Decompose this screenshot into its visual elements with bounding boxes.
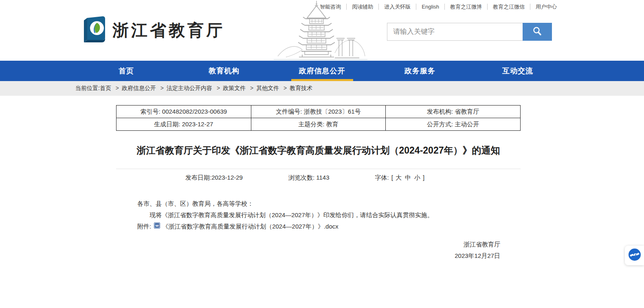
nav-item-label: 政府信息公开 bbox=[299, 66, 345, 76]
page-title: 浙江省教育厅关于印发《浙江省数字教育高质量发展行动计划（2024-2027年）》… bbox=[123, 143, 514, 158]
site-logo[interactable]: 浙江省教育厅 bbox=[81, 15, 225, 46]
nav-item-services[interactable]: 政务服务 bbox=[371, 61, 469, 81]
topbar-link-user-center[interactable]: 用户中心 bbox=[530, 4, 557, 10]
font-size-control: 字体: [大中小] bbox=[375, 174, 426, 182]
body-text: 现将《浙江省数字教育高质量发展行动计划（2024—2027年）》印发给你们，请结… bbox=[137, 209, 521, 221]
main-nav: 首页 教育机构 政府信息公开 政务服务 互动交流 bbox=[0, 61, 644, 81]
doc-topic-category: 主题分类: 教育 bbox=[251, 118, 386, 131]
font-size-label: 字体: bbox=[375, 174, 389, 181]
doc-open-method: 公开方式: 主动公开 bbox=[386, 118, 521, 131]
logo-book-icon bbox=[81, 15, 108, 46]
attachment-file-name: 《浙江省数字教育高质量发展行动计划（2024—2027年）》.docx bbox=[162, 221, 338, 232]
breadcrumb-other-docs[interactable]: 其他文件 bbox=[256, 85, 279, 91]
site-search bbox=[387, 23, 552, 41]
publish-date: 发布日期:2023-12-29 bbox=[185, 174, 243, 182]
article-content: 索引号: 002482082/2023-00639 文件编号: 浙教技〔2023… bbox=[116, 105, 521, 262]
bracket: ] bbox=[423, 174, 424, 181]
nav-item-institutions[interactable]: 教育机构 bbox=[175, 61, 273, 81]
font-size-large-button[interactable]: 大 bbox=[396, 174, 402, 181]
breadcrumb-separator: > bbox=[160, 85, 164, 91]
breadcrumb-edu-tech[interactable]: 教育技术 bbox=[290, 85, 312, 91]
nav-item-label: 互动交流 bbox=[502, 66, 533, 76]
breadcrumb-separator: > bbox=[284, 85, 287, 91]
page: 智能咨询阅读辅助进入关怀版English教育之江微博教育之江微信用户中心 浙江省… bbox=[0, 0, 644, 308]
article-meta: 发布日期:2023-12-29 浏览次数: 1143 字体: [大中小] bbox=[116, 174, 521, 182]
search-button[interactable] bbox=[523, 23, 552, 41]
topbar-link-weibo[interactable]: 教育之江微博 bbox=[445, 4, 488, 10]
bracket: [ bbox=[391, 174, 393, 181]
breadcrumb-home[interactable]: 首页 bbox=[100, 85, 111, 91]
breadcrumb-gov-info[interactable]: 政府信息公开 bbox=[122, 85, 156, 91]
nav-item-label: 政务服务 bbox=[404, 66, 435, 76]
site-header: 智能咨询阅读辅助进入关怀版English教育之江微博教育之江微信用户中心 浙江省… bbox=[0, 0, 644, 61]
search-icon bbox=[532, 26, 543, 38]
breadcrumb-bar: 当前位置:首页 >政府信息公开 >法定主动公开内容 >政策文件 >其他文件 >教… bbox=[0, 81, 644, 96]
signature-org: 浙江省教育厅 bbox=[137, 239, 500, 250]
nav-item-home[interactable]: 首页 bbox=[77, 61, 175, 81]
doc-file-no: 文件编号: 浙教技〔2023〕61号 bbox=[251, 106, 386, 118]
breadcrumb-separator: > bbox=[116, 85, 119, 91]
attachment-row: 附件: W 《浙江省数字教育高质量发展行动计划（2024—2027年）》.doc… bbox=[137, 221, 521, 232]
topbar-link-english[interactable]: English bbox=[416, 4, 445, 10]
nav-item-label: 首页 bbox=[119, 66, 134, 76]
table-row: 生成日期: 2023-12-27 主题分类: 教育 公开方式: 主动公开 bbox=[116, 118, 521, 131]
doc-create-date: 生成日期: 2023-12-27 bbox=[116, 118, 251, 131]
word-doc-icon: W bbox=[154, 221, 160, 232]
topbar-link-wechat[interactable]: 教育之江微信 bbox=[488, 4, 530, 10]
svg-text:W: W bbox=[155, 224, 159, 228]
floating-service-widget[interactable] bbox=[625, 246, 644, 265]
attachment-label: 附件: bbox=[137, 221, 151, 232]
font-size-medium-button[interactable]: 中 bbox=[405, 174, 411, 181]
font-size-small-button[interactable]: 小 bbox=[414, 174, 420, 181]
nav-item-label: 教育机构 bbox=[209, 66, 240, 76]
breadcrumb: 当前位置:首页 >政府信息公开 >法定主动公开内容 >政策文件 >其他文件 >教… bbox=[75, 85, 312, 92]
gov-service-icon bbox=[628, 248, 641, 263]
nav-item-gov-info[interactable]: 政府信息公开 bbox=[273, 61, 371, 81]
breadcrumb-separator: > bbox=[217, 85, 220, 91]
doc-index-no: 索引号: 002482082/2023-00639 bbox=[116, 106, 251, 118]
search-input[interactable] bbox=[387, 23, 523, 41]
active-tab-underline bbox=[291, 79, 353, 81]
divider bbox=[116, 169, 521, 169]
attachment-link[interactable]: W 《浙江省数字教育高质量发展行动计划（2024—2027年）》.docx bbox=[151, 221, 338, 232]
article-body: 各市、县（市、区）教育局，各高等学校： 现将《浙江省数字教育高质量发展行动计划（… bbox=[116, 198, 521, 262]
doc-info-table: 索引号: 002482082/2023-00639 文件编号: 浙教技〔2023… bbox=[116, 105, 521, 131]
breadcrumb-prefix: 当前位置: bbox=[75, 85, 100, 91]
breadcrumb-separator: > bbox=[250, 85, 253, 91]
nav-item-interaction[interactable]: 互动交流 bbox=[469, 61, 567, 81]
table-row: 索引号: 002482082/2023-00639 文件编号: 浙教技〔2023… bbox=[116, 106, 521, 118]
doc-publisher: 发布机构: 省教育厅 bbox=[386, 106, 521, 118]
pagoda-sketch-image bbox=[274, 0, 367, 62]
view-count: 浏览次数: 1143 bbox=[288, 174, 330, 182]
signature-date: 2023年12月27日 bbox=[137, 250, 500, 262]
breadcrumb-policy-docs[interactable]: 政策文件 bbox=[223, 85, 246, 91]
topbar-link-care-version[interactable]: 进入关怀版 bbox=[379, 4, 416, 10]
site-name: 浙江省教育厅 bbox=[112, 19, 225, 42]
breadcrumb-open-content[interactable]: 法定主动公开内容 bbox=[167, 85, 212, 91]
salutation-text: 各市、县（市、区）教育局，各高等学校： bbox=[137, 198, 521, 209]
